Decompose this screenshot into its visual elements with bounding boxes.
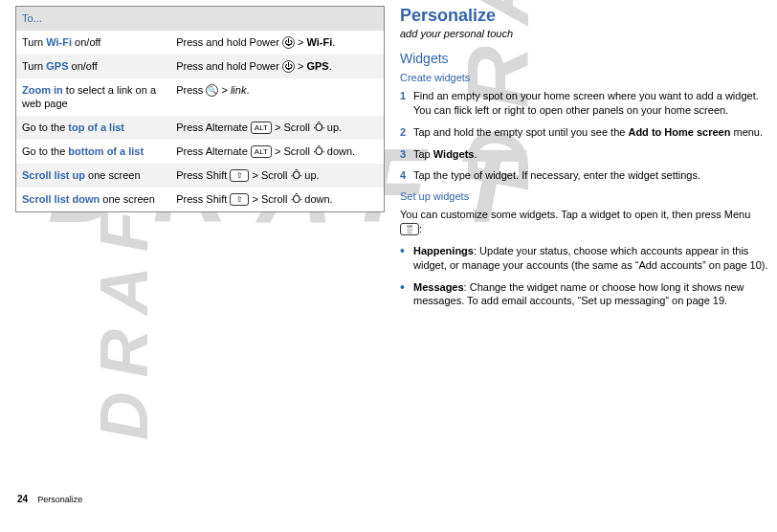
bullet-list: •Happenings: Update your status, choose … [400,244,769,308]
step-number: 1 [400,89,413,103]
table-row: Go to the bottom of a listPress Alternat… [16,140,385,164]
page-footer: 24 Personalize [0,494,777,504]
table-row: Turn GPS on/offPress and hold Power ⏻ > … [16,55,385,78]
key-icon: ALT [251,145,272,158]
list-item: 2Tap and hold the empty spot until you s… [400,125,769,140]
shortcuts-table: To... Turn Wi-Fi on/offPress and hold Po… [15,6,385,212]
table-row: Zoom in to select a link on a web pagePr… [16,78,385,117]
table-cell-instruction: Press Alternate ALT > Scroll ·Ô· up. [170,116,384,140]
bullet-text: Happenings: Update your status, choose w… [413,244,769,273]
list-item: 3Tap Widgets. [400,147,769,162]
table-cell-action: Turn GPS on/off [16,55,171,78]
create-widgets-heading: Create widgets [400,72,769,83]
section-tagline: add your personal touch [400,28,769,39]
step-text: Tap Widgets. [413,147,769,162]
left-column: To... Turn Wi-Fi on/offPress and hold Po… [8,6,392,494]
steps-list: 1Find an empty spot on your home screen … [400,89,769,183]
table-row: Scroll list down one screenPress Shift ⇧… [16,188,385,211]
list-item: 4Tap the type of widget. If necessary, e… [400,168,769,183]
key-icon: ⇧ [230,169,249,182]
step-number: 4 [400,168,413,183]
key-icon: ⏻ [282,36,295,49]
table-cell-instruction: Press and hold Power ⏻ > GPS. [170,55,384,78]
table-cell-action: Go to the top of a list [16,116,171,140]
table-cell-action: Turn Wi-Fi on/off [16,31,171,55]
table-row: Turn Wi-Fi on/offPress and hold Power ⏻ … [16,31,385,55]
setup-intro: You can customize some widgets. Tap a wi… [400,208,769,236]
key-icon: ⇧ [230,193,249,206]
table-cell-action: Scroll list down one screen [16,188,171,211]
setup-widgets-heading: Set up widgets [400,190,769,202]
page-number: 24 [17,494,28,504]
setup-intro-pre: You can customize some widgets. Tap a wi… [400,209,750,220]
table-cell-action: Go to the bottom of a list [16,140,171,164]
nav-icon: ·Ô· [291,193,302,205]
table-cell-action: Zoom in to select a link on a web page [16,78,171,117]
table-cell-action: Scroll list up one screen [16,164,171,188]
bullet-icon: • [400,280,413,309]
key-icon: ⏻ [282,60,295,73]
widgets-heading: Widgets [400,51,769,66]
table-row: Scroll list up one screenPress Shift ⇧ >… [16,164,385,188]
list-item: 1Find an empty spot on your home screen … [400,89,769,118]
right-column: Personalize add your personal touch Widg… [392,6,777,494]
nav-icon: ·Ô· [313,122,324,133]
step-text: Tap and hold the empty spot until you se… [413,125,769,140]
nav-icon: ·Ô· [313,145,324,157]
bullet-icon: • [400,244,413,273]
section-title: Personalize [400,6,769,26]
nav-icon: ·Ô· [291,169,302,181]
footer-section: Personalize [37,495,82,504]
table-header: To... [16,7,385,31]
step-text: Tap the type of widget. If necessary, en… [413,168,769,183]
list-item: •Happenings: Update your status, choose … [400,244,769,273]
table-cell-instruction: Press Shift ⇧ > Scroll ·Ô· up. [170,164,384,188]
table-cell-instruction: Press Alternate ALT > Scroll ·Ô· down. [170,140,384,164]
table-cell-instruction: Press and hold Power ⏻ > Wi-Fi. [170,31,384,55]
key-icon: 🔍 [206,84,218,97]
menu-key-icon: ▒ [400,223,419,235]
setup-intro-post: : [419,223,422,234]
table-cell-instruction: Press Shift ⇧ > Scroll ·Ô· down. [170,188,384,211]
key-icon: ALT [251,122,272,134]
step-number: 3 [400,147,413,162]
table-cell-instruction: Press 🔍 > link. [170,78,384,117]
step-number: 2 [400,125,413,140]
table-row: Go to the top of a listPress Alternate A… [16,116,385,140]
list-item: •Messages: Change the widget name or cho… [400,280,769,309]
step-text: Find an empty spot on your home screen w… [413,89,769,118]
bullet-text: Messages: Change the widget name or choo… [413,280,769,309]
